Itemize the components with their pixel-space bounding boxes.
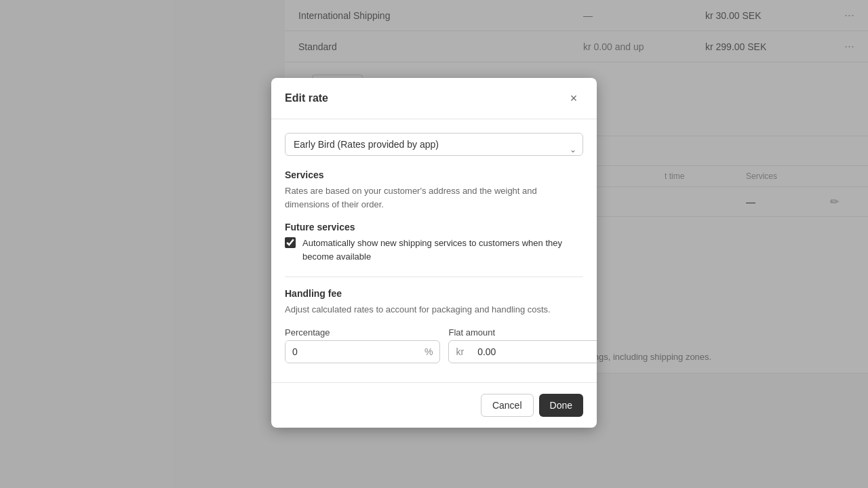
services-heading: Services — [285, 169, 583, 180]
future-services-checkbox-row: Automatically show new shipping services… — [285, 237, 583, 263]
percentage-input-wrapper: % — [285, 340, 440, 363]
percentage-input-group: Percentage % — [285, 327, 440, 363]
future-services-checkbox-label: Automatically show new shipping services… — [302, 237, 583, 263]
flat-amount-input-wrapper: kr — [448, 340, 597, 363]
handling-fee-section: Handling fee Adjust calculated rates to … — [285, 288, 583, 363]
handling-fee-inputs: Percentage % Flat amount kr — [285, 327, 583, 363]
modal-footer: Cancel Done — [271, 382, 597, 428]
handling-fee-heading: Handling fee — [285, 288, 583, 299]
future-services-heading: Future services — [285, 222, 583, 232]
rate-type-select-wrapper: Early Bird (Rates provided by app) ⌃ — [285, 133, 583, 156]
future-services-section: Future services Automatically show new s… — [285, 222, 583, 263]
services-description: Rates are based on your customer's addre… — [285, 184, 583, 211]
cancel-button[interactable]: Cancel — [481, 394, 534, 417]
edit-rate-modal: Edit rate × Early Bird (Rates provided b… — [271, 78, 597, 428]
flat-amount-label: Flat amount — [448, 327, 597, 338]
percentage-input[interactable] — [285, 341, 418, 363]
percentage-suffix-icon: % — [418, 346, 439, 357]
flat-amount-input-group: Flat amount kr — [448, 327, 597, 363]
modal-title: Edit rate — [285, 92, 328, 104]
future-services-checkbox[interactable] — [285, 237, 296, 248]
handling-fee-description: Adjust calculated rates to account for p… — [285, 303, 583, 317]
currency-prefix: kr — [449, 346, 471, 357]
percentage-label: Percentage — [285, 327, 440, 338]
flat-amount-input[interactable] — [471, 341, 597, 363]
modal-header: Edit rate × — [271, 78, 597, 119]
modal-body: Early Bird (Rates provided by app) ⌃ Ser… — [271, 119, 597, 382]
done-button[interactable]: Done — [539, 394, 583, 417]
services-section: Services Rates are based on your custome… — [285, 169, 583, 211]
section-divider — [285, 277, 583, 277]
modal-close-button[interactable]: × — [564, 89, 583, 108]
rate-type-select[interactable]: Early Bird (Rates provided by app) — [285, 133, 583, 156]
